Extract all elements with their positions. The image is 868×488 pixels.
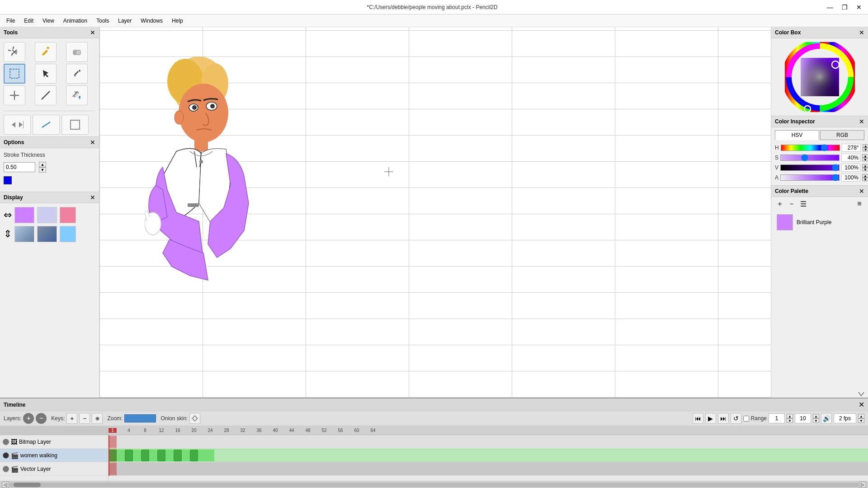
- display-close-button[interactable]: ✕: [90, 194, 95, 201]
- add-key-button[interactable]: +: [66, 413, 77, 424]
- v-slider[interactable]: [780, 164, 840, 171]
- play-button[interactable]: ▶: [705, 413, 716, 424]
- a-value-input[interactable]: [841, 174, 860, 182]
- palette-remove-button[interactable]: －: [787, 199, 797, 209]
- flip-horizontal-icon[interactable]: ⇔: [4, 209, 12, 221]
- layer-row-vector[interactable]: 🎬 Vector Layer: [0, 462, 108, 476]
- frame-num-32[interactable]: 32: [239, 428, 247, 433]
- menu-edit[interactable]: Edit: [19, 16, 38, 26]
- vector-frame-current[interactable]: [108, 463, 117, 475]
- frame-num-20[interactable]: 20: [190, 428, 198, 433]
- volume-button[interactable]: 🔊: [821, 413, 832, 424]
- frame-num-36[interactable]: 36: [255, 428, 263, 433]
- stroke-down-button[interactable]: ▼: [39, 167, 46, 173]
- frame-num-1[interactable]: 1: [108, 428, 117, 433]
- hsv-tab[interactable]: HSV: [775, 130, 819, 140]
- menu-windows[interactable]: Windows: [136, 16, 167, 26]
- bitmap-frames-empty[interactable]: [117, 436, 868, 448]
- frame-num-60[interactable]: 60: [353, 428, 361, 433]
- frame-num-8[interactable]: 8: [141, 428, 149, 433]
- layer-visibility-vector[interactable]: [3, 466, 9, 472]
- primary-color-swatch[interactable]: [14, 207, 34, 223]
- layer-swatch-2[interactable]: [37, 226, 57, 242]
- palette-add-button[interactable]: ＋: [775, 199, 785, 209]
- frame-num-64[interactable]: 64: [369, 428, 377, 433]
- keyframe-9[interactable]: [174, 450, 182, 461]
- color-swatch-pink[interactable]: [60, 207, 76, 223]
- fps-down[interactable]: ▼: [858, 418, 864, 423]
- range-end-down[interactable]: ▼: [813, 418, 819, 423]
- vector-frames-empty[interactable]: [117, 463, 868, 475]
- keyframe-1[interactable]: [108, 450, 117, 461]
- menu-file[interactable]: File: [2, 16, 19, 26]
- options-close-button[interactable]: ✕: [90, 139, 95, 146]
- s-down-button[interactable]: ▼: [862, 158, 868, 161]
- recycle-tool-button[interactable]: [4, 42, 25, 62]
- range-start-down[interactable]: ▼: [787, 418, 793, 423]
- scroll-track[interactable]: [9, 483, 859, 487]
- color-box-close-button[interactable]: ✕: [859, 29, 864, 36]
- frame-10[interactable]: [182, 450, 190, 461]
- layer-swatch-1[interactable]: [14, 226, 34, 242]
- keyframe-5[interactable]: [141, 450, 149, 461]
- scroll-right-button[interactable]: ▷: [859, 482, 866, 488]
- color-swatch-blue[interactable]: [60, 226, 76, 242]
- s-slider[interactable]: [780, 155, 840, 161]
- go-end-button[interactable]: ⏭: [718, 413, 729, 424]
- select-tool-button[interactable]: [4, 64, 25, 84]
- loop-button[interactable]: ↺: [731, 413, 741, 424]
- range-end-up[interactable]: ▲: [813, 414, 819, 418]
- frame-num-12[interactable]: 12: [157, 428, 165, 433]
- scroll-thumb[interactable]: [14, 483, 41, 487]
- range-start-input[interactable]: [769, 413, 785, 423]
- keyframe-3[interactable]: [125, 450, 133, 461]
- stroke-thickness-input[interactable]: [4, 162, 35, 172]
- canvas-area[interactable]: [99, 27, 771, 398]
- range-checkbox[interactable]: [743, 416, 749, 422]
- timeline-frames[interactable]: 1 4 8 12 16 20 24 28 32 36 40: [108, 426, 868, 481]
- frame-num-28[interactable]: 28: [222, 428, 231, 433]
- prev-frame-button[interactable]: [4, 115, 31, 135]
- range-end-input[interactable]: [795, 413, 811, 423]
- s-value-input[interactable]: [841, 154, 860, 162]
- layer-row-bitmap[interactable]: 🖼 Bitmap Layer: [0, 435, 108, 449]
- a-slider[interactable]: [780, 174, 840, 181]
- palette-menu-button[interactable]: ≡: [854, 199, 864, 209]
- frame-num-48[interactable]: 48: [304, 428, 312, 433]
- bitmap-frame-current[interactable]: [108, 436, 117, 448]
- stroke-up-button[interactable]: ▲: [39, 162, 46, 167]
- color-palette-close-button[interactable]: ✕: [859, 188, 864, 195]
- flip-vertical-icon[interactable]: ⇕: [4, 228, 12, 240]
- frame-13[interactable]: [206, 450, 214, 461]
- zoom-slider[interactable]: [124, 414, 156, 422]
- pointer-tool-button[interactable]: [35, 64, 57, 84]
- onion-skin-button[interactable]: [189, 413, 200, 424]
- frame-num-4[interactable]: 4: [125, 428, 133, 433]
- layer-visibility-women[interactable]: [3, 452, 9, 459]
- line2-tool-button[interactable]: [33, 115, 60, 135]
- h-slider[interactable]: [781, 145, 840, 151]
- range-start-up[interactable]: ▲: [787, 414, 793, 418]
- a-down-button[interactable]: ▼: [862, 178, 868, 181]
- menu-animation[interactable]: Animation: [59, 16, 92, 26]
- secondary-swatch-1[interactable]: [37, 207, 57, 223]
- eraser-tool-button[interactable]: [66, 42, 88, 62]
- menu-view[interactable]: View: [38, 16, 59, 26]
- go-start-button[interactable]: ⏮: [693, 413, 703, 424]
- color-wheel[interactable]: [785, 42, 855, 112]
- pencil-tool-button[interactable]: [35, 42, 57, 62]
- frame-6[interactable]: [149, 450, 157, 461]
- frame-num-56[interactable]: 56: [336, 428, 344, 433]
- frame-num-24[interactable]: 24: [206, 428, 214, 433]
- timeline-close-button[interactable]: ✕: [859, 400, 864, 409]
- color-wheel-container[interactable]: [771, 38, 868, 116]
- remove-layer-button[interactable]: −: [36, 413, 47, 424]
- keyframe-11[interactable]: [190, 450, 198, 461]
- remove-key-button[interactable]: −: [79, 413, 90, 424]
- frame-4[interactable]: [133, 450, 141, 461]
- frame-num-40[interactable]: 40: [271, 428, 279, 433]
- fps-up[interactable]: ▲: [858, 414, 864, 418]
- frame-num-16[interactable]: 16: [174, 428, 182, 433]
- h-down-button[interactable]: ▼: [863, 148, 868, 151]
- fps-input[interactable]: [834, 413, 856, 423]
